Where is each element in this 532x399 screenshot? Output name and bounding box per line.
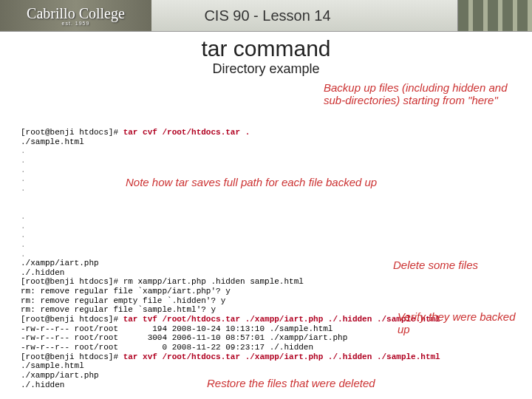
cmd-cvf: tar cvf /root/htdocs.tar . [123,128,250,137]
header-photo [457,0,532,31]
out-line: -rw-r--r-- root/root 0 2008-11-22 09:23:… [21,343,313,352]
annotation-delete: Delete some files [393,259,511,271]
cmd-rm: rm xampp/iart.php .hidden sample.html [123,277,304,286]
out-line: rm: remove regular empty file `.hidden'?… [21,296,225,305]
snip: . . . . . [21,212,26,259]
prompt: [root@benji htdocs]# [21,277,123,286]
snip: . . . . . [21,146,26,193]
out-line: ./.hidden [21,268,64,277]
out-line: ./sample.html [21,137,84,146]
cmd-xvf: tar xvf /root/htdocs.tar ./xampp/iart.ph… [123,352,440,361]
out-line: -rw-r--r-- root/root 194 2008-10-24 10:1… [21,324,332,333]
page-title: tar command [0,36,532,61]
prompt: [root@benji htdocs]# [21,128,123,137]
out-line: ./sample.html [21,361,84,370]
cmd-tvf: tar tvf /root/htdocs.tar ./xampp/iart.ph… [123,315,440,324]
terminal-block: Backup up files (including hidden and su… [0,81,532,389]
out-line: ./xampp/iart.php [21,259,99,267]
slide-header: Cabrillo College est. 1959 CIS 90 - Less… [0,0,532,32]
annotation-restore: Restore the files that were deleted [207,377,473,389]
logo: Cabrillo College est. 1959 [0,0,151,31]
out-line: rm: remove regular file `sample.html'? y [21,305,216,314]
page-subtitle: Directory example [0,61,532,77]
out-line: -rw-r--r-- root/root 3004 2006-11-10 08:… [21,333,347,342]
prompt: [root@benji htdocs]# [21,315,123,324]
annotation-backup: Backup up files (including hidden and su… [324,81,516,107]
logo-text: Cabrillo College [27,5,125,21]
annotation-fullpath: Note how tar saves full path for each fi… [126,176,466,188]
annotation-verify: Verify they were backed up [398,310,516,336]
prompt: [root@benji htdocs]# [21,352,123,361]
lesson-title: CIS 90 - Lesson 14 [151,7,457,24]
out-line: ./xampp/iart.php [21,371,99,380]
out-line: ./.hidden [21,381,64,389]
out-line: rm: remove regular file `xampp/iart.php'… [21,287,231,296]
